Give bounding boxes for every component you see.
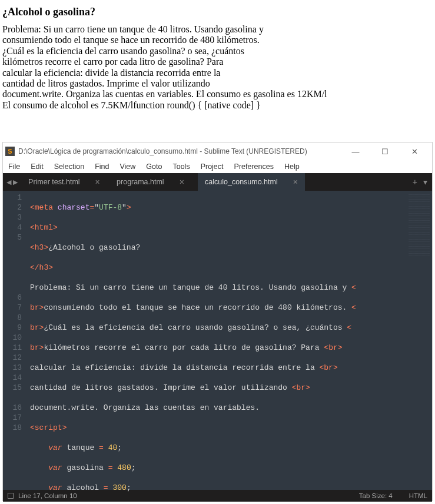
code-area[interactable]: <meta charset="UTF-8"> <html> <h3>¿Alcoh…: [28, 191, 432, 490]
output-line: cantidad de litros gastados. Imprime el …: [2, 78, 210, 88]
tab-close-icon[interactable]: ×: [180, 177, 184, 187]
gutter: 1 2 3 4 5 6 7 8 9 10 11 12 13 14 15 16 1…: [3, 191, 28, 490]
output-body: Problema: Si un carro tiene un tanque de…: [2, 24, 433, 111]
editor-body[interactable]: 1 2 3 4 5 6 7 8 9 10 11 12 13 14 15 16 1…: [3, 191, 432, 490]
plus-icon: +: [413, 177, 417, 187]
menu-file[interactable]: File: [4, 161, 24, 172]
menu-tools[interactable]: Tools: [168, 161, 194, 172]
menu-help[interactable]: Help: [280, 161, 304, 172]
tab-nav-arrows[interactable]: ◀ ▶: [3, 173, 21, 191]
tab-close-icon[interactable]: ×: [95, 177, 100, 187]
menubar: File Edit Selection Find View Goto Tools…: [3, 160, 432, 173]
sublime-icon: S: [5, 147, 15, 156]
tab-label: programa.html: [117, 178, 164, 186]
output-heading: ¿Alcohol o gasolina?: [2, 6, 433, 18]
window-title: D:\Oracle\Lógica de programación\calculo…: [18, 147, 307, 155]
tab-label: Primer test.html: [28, 178, 80, 186]
panel-toggle-icon[interactable]: [8, 493, 14, 499]
menu-view[interactable]: View: [115, 161, 140, 172]
maximize-button[interactable]: ☐: [377, 147, 393, 156]
tab-close-icon[interactable]: ×: [293, 177, 298, 187]
tab-add[interactable]: +▾: [408, 173, 432, 191]
menu-selection[interactable]: Selection: [50, 161, 88, 172]
menu-find[interactable]: Find: [91, 161, 113, 172]
output-line: Problema: Si un carro tiene un tanque de…: [2, 24, 264, 34]
menu-preferences[interactable]: Preferences: [230, 161, 278, 172]
browser-output: ¿Alcohol o gasolina? Problema: Si un car…: [0, 0, 435, 119]
menu-project[interactable]: Project: [197, 161, 228, 172]
tab-primer-test[interactable]: Primer test.html ×: [21, 173, 109, 191]
output-line: kilómetros recorre el carro por cada lit…: [2, 57, 223, 67]
output-line: ¿Cuál es la eficiencia del carro usando …: [2, 46, 244, 56]
tab-label: calculo_consumo.html: [205, 178, 278, 186]
titlebar[interactable]: S D:\Oracle\Lógica de programación\calcu…: [3, 142, 432, 160]
close-button[interactable]: ✕: [406, 147, 423, 156]
minimize-button[interactable]: —: [347, 147, 364, 156]
tab-calculo-consumo[interactable]: calculo_consumo.html ×: [198, 173, 305, 191]
output-line: El consumo de alcohol es 7.5KM/lfunction…: [2, 100, 261, 110]
chevron-down-icon: ▾: [423, 177, 427, 187]
tab-programa[interactable]: programa.html ×: [109, 173, 198, 191]
minimap[interactable]: [406, 191, 432, 490]
menu-goto[interactable]: Goto: [142, 161, 166, 172]
output-line: document.write. Organiza las cuentas en …: [2, 89, 327, 99]
output-line: consumiendo todo el tanque se hace un re…: [2, 35, 260, 45]
sublime-window: S D:\Oracle\Lógica de programación\calcu…: [2, 142, 433, 501]
menu-edit[interactable]: Edit: [26, 161, 48, 172]
minimap-preview: [409, 194, 430, 258]
tab-bar: ◀ ▶ Primer test.html × programa.html × c…: [3, 173, 432, 191]
output-line: calcular la eficiencia: divide la distan…: [2, 68, 220, 78]
